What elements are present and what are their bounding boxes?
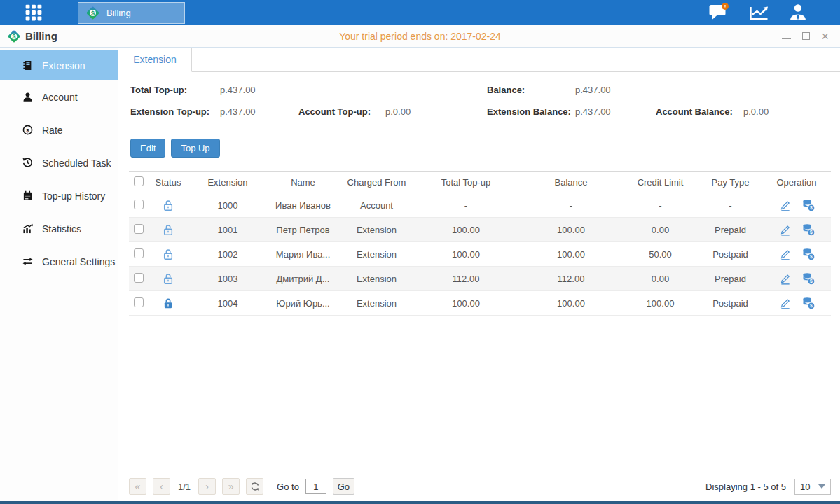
sidebar-item-label: Statistics [42, 223, 81, 234]
cell-extension: 1001 [189, 225, 266, 235]
cell-name: Иван Иванов [266, 200, 340, 211]
goto-page-input[interactable] [305, 479, 326, 494]
extension-table: Status Extension Name Charged From Total… [129, 171, 831, 316]
edit-pencil-icon[interactable] [779, 298, 791, 309]
row-checkbox[interactable] [134, 200, 144, 209]
pagination-bar: « ‹ 1/1 › » Go to Go Displaying 1 - 5 of… [129, 477, 831, 496]
account-topup-label: Account Top-up: [298, 106, 371, 117]
balance-label: Balance: [487, 85, 525, 95]
sidebar-item-label: Extension [42, 60, 85, 71]
edit-pencil-icon[interactable] [779, 224, 791, 236]
content-tab-bar: Extension [118, 48, 840, 72]
sidebar-item-label: Account [42, 92, 78, 103]
row-checkbox[interactable] [134, 224, 144, 234]
refresh-button[interactable] [246, 478, 263, 495]
status-lock-icon[interactable] [147, 272, 189, 284]
billing-app-tab-label: Billing [106, 8, 131, 18]
cell-balance: 112.00 [518, 274, 624, 284]
rate-dollar-icon: $ [22, 125, 33, 135]
cell-total-topup: 100.00 [413, 298, 518, 309]
window-close-button[interactable]: × [821, 32, 829, 41]
account-balance-label: Account Balance: [656, 106, 733, 117]
sidebar-item-scheduled-task[interactable]: Scheduled Task [0, 146, 118, 179]
svg-text:$: $ [13, 33, 16, 40]
account-balance-value: p.0.00 [743, 106, 769, 117]
edit-pencil-icon[interactable] [779, 248, 791, 260]
extension-topup-value: p.437.00 [220, 106, 256, 117]
top-up-button[interactable]: Top Up [171, 139, 219, 158]
top-up-coins-icon[interactable]: $ [801, 223, 815, 236]
table-header-row: Status Extension Name Charged From Total… [129, 171, 831, 193]
goto-label: Go to [277, 482, 299, 492]
extension-topup-label: Extension Top-up: [130, 106, 209, 117]
window-minimize-button[interactable] [782, 34, 791, 39]
sidebar-item-topup-history[interactable]: Top-up History [0, 179, 118, 212]
cell-extension: 1002 [189, 249, 266, 260]
balance-value: p.437.00 [575, 85, 611, 95]
sidebar-item-label: Top-up History [42, 190, 105, 202]
header-extension: Extension [189, 177, 266, 188]
user-account-icon[interactable] [788, 3, 808, 22]
account-topup-value: p.0.00 [385, 106, 411, 117]
window-bottom-edge [0, 501, 840, 504]
status-lock-icon[interactable] [147, 199, 189, 211]
general-settings-sliders-icon [22, 256, 33, 267]
top-up-coins-icon[interactable]: $ [801, 199, 815, 211]
page-size-select[interactable]: 10 [794, 479, 831, 495]
window-title: Billing [25, 30, 57, 42]
go-button[interactable]: Go [333, 478, 354, 495]
scheduled-task-clock-icon [22, 158, 33, 168]
extension-balance-value: p.437.00 [575, 106, 611, 117]
cell-pay-type: Postpaid [697, 298, 764, 309]
edit-pencil-icon[interactable] [779, 200, 791, 211]
status-lock-icon[interactable] [147, 248, 189, 260]
app-launcher-grid-icon[interactable] [23, 4, 44, 22]
chevron-down-icon [818, 484, 825, 489]
tab-extension[interactable]: Extension [118, 48, 192, 72]
cell-balance: 100.00 [518, 225, 624, 235]
page-indicator: 1/1 [178, 482, 191, 492]
edit-pencil-icon[interactable] [779, 273, 791, 285]
header-pay-type: Pay Type [697, 177, 764, 188]
status-lock-icon[interactable] [147, 223, 189, 235]
billing-summary: Total Top-up: p.437.00 Balance: p.437.00… [130, 72, 840, 136]
sidebar-item-general-settings[interactable]: General Settings [0, 245, 118, 278]
next-page-button[interactable]: › [198, 478, 216, 495]
sidebar-item-rate[interactable]: $ Rate [0, 113, 118, 146]
cell-pay-type: - [697, 200, 764, 211]
top-up-coins-icon[interactable]: $ [801, 297, 815, 309]
prev-page-button[interactable]: ‹ [153, 478, 170, 495]
top-up-coins-icon[interactable]: $ [801, 248, 815, 260]
last-page-button[interactable]: » [222, 478, 240, 495]
first-page-button[interactable]: « [129, 478, 146, 495]
cell-total-topup: 100.00 [413, 225, 518, 235]
window-maximize-button[interactable] [802, 32, 810, 40]
statistics-chart-icon[interactable] [748, 4, 770, 22]
sidebar-nav: Extension Account $ Rate [0, 48, 118, 501]
sidebar-item-extension[interactable]: Extension [0, 50, 118, 80]
displaying-range-text: Displaying 1 - 5 of 5 [705, 482, 786, 492]
row-checkbox[interactable] [134, 273, 144, 283]
svg-text:$: $ [810, 279, 813, 284]
row-checkbox[interactable] [134, 298, 144, 307]
select-all-checkbox[interactable] [134, 176, 144, 186]
cell-credit-limit: 50.00 [624, 249, 697, 260]
sidebar-item-statistics[interactable]: Statistics [0, 212, 118, 245]
svg-text:$: $ [810, 205, 813, 211]
account-person-icon [22, 92, 33, 102]
row-checkbox[interactable] [134, 248, 144, 258]
sidebar-item-account[interactable]: Account [0, 80, 118, 113]
messages-icon[interactable]: ! [708, 3, 730, 22]
header-credit-limit: Credit Limit [624, 177, 697, 188]
status-lock-icon[interactable] [147, 297, 189, 309]
billing-app-tab[interactable]: $ Billing [78, 2, 185, 24]
sidebar-item-label: Scheduled Task [42, 158, 111, 169]
cell-name: Юрий Юрь... [266, 298, 340, 309]
table-row: 1000 Иван Иванов Account - - - - $ [129, 193, 831, 218]
svg-text:!: ! [724, 4, 727, 10]
edit-button[interactable]: Edit [130, 139, 165, 158]
top-up-coins-icon[interactable]: $ [801, 272, 815, 285]
window-title-bar: $ Billing Your trial period ends on: 201… [0, 25, 840, 48]
cell-name: Петр Петров [266, 225, 340, 235]
sidebar-item-label: General Settings [42, 256, 115, 267]
